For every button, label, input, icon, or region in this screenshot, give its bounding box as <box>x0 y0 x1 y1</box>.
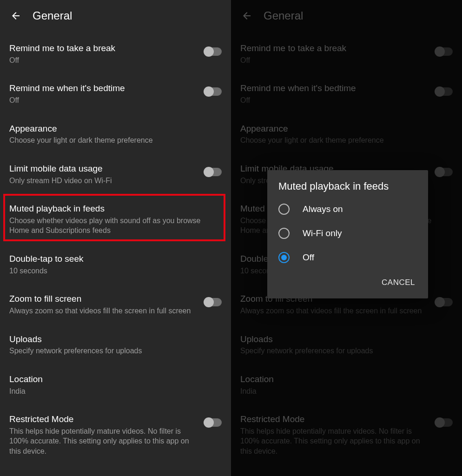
setting-sub: This helps hide potentially mature video… <box>240 426 430 456</box>
setting-title: Location <box>9 374 217 385</box>
setting-title: Uploads <box>240 334 448 345</box>
toggle-switch[interactable] <box>435 87 453 96</box>
setting-remind-bedtime[interactable]: Remind me when it's bedtime Off <box>231 74 462 114</box>
setting-sub: Specify network preferences for uploads <box>240 346 448 356</box>
radio-label: Wi-Fi only <box>303 228 342 238</box>
setting-sub: Choose your light or dark theme preferen… <box>240 135 448 145</box>
toggle-switch[interactable] <box>204 418 222 427</box>
setting-title: Limit mobile data usage <box>9 163 199 175</box>
radio-option-always-on[interactable]: Always on <box>267 197 428 221</box>
dialog-actions: CANCEL <box>267 270 428 294</box>
toggle-switch[interactable] <box>204 298 222 306</box>
back-button[interactable] <box>7 7 25 25</box>
settings-list: Remind me to take a break Off Remind me … <box>0 32 231 466</box>
arrow-back-icon <box>10 10 21 21</box>
setting-sub: Off <box>9 55 199 66</box>
setting-restricted-mode[interactable]: Restricted Mode This helps hide potentia… <box>231 405 462 465</box>
setting-sub: Only stream HD video on Wi-Fi <box>9 176 199 186</box>
setting-title: Zoom to fill screen <box>9 293 199 305</box>
muted-playback-dialog: Muted playback in feeds Always on Wi-Fi … <box>267 170 428 298</box>
setting-remind-bedtime[interactable]: Remind me when it's bedtime Off <box>0 74 231 114</box>
setting-sub: Always zoom so that videos fill the scre… <box>9 306 199 316</box>
setting-limit-data[interactable]: Limit mobile data usage Only stream HD v… <box>0 155 231 195</box>
setting-sub: Always zoom so that videos fill the scre… <box>240 306 430 316</box>
toggle-switch[interactable] <box>435 168 453 176</box>
setting-sub: 10 seconds <box>9 266 217 276</box>
setting-uploads[interactable]: Uploads Specify network preferences for … <box>0 325 231 365</box>
setting-sub: India <box>240 386 448 397</box>
setting-double-tap[interactable]: Double-tap to seek 10 seconds <box>0 245 231 285</box>
app-bar: General <box>0 0 231 32</box>
back-button[interactable] <box>238 7 256 25</box>
setting-title: Uploads <box>9 334 217 345</box>
toggle-switch[interactable] <box>435 298 453 306</box>
radio-icon <box>278 204 290 215</box>
setting-title: Remind me when it's bedtime <box>9 83 199 94</box>
setting-sub: Off <box>9 95 199 106</box>
radio-label: Always on <box>303 204 343 214</box>
setting-sub: India <box>9 386 217 397</box>
setting-title: Restricted Mode <box>9 414 199 425</box>
radio-icon-checked <box>278 252 290 263</box>
setting-remind-break[interactable]: Remind me to take a break Off <box>0 34 231 74</box>
setting-title: Double-tap to seek <box>9 253 217 265</box>
setting-sub: Choose your light or dark theme preferen… <box>9 135 217 145</box>
setting-title: Muted playback in feeds <box>9 203 217 215</box>
toggle-switch[interactable] <box>435 47 453 56</box>
app-bar: General <box>231 0 462 32</box>
setting-sub: Off <box>240 95 430 106</box>
radio-option-wifi-only[interactable]: Wi-Fi only <box>267 221 428 245</box>
arrow-back-icon <box>241 10 252 21</box>
toggle-switch[interactable] <box>204 87 222 96</box>
setting-restricted-mode[interactable]: Restricted Mode This helps hide potentia… <box>0 405 231 465</box>
setting-title: Appearance <box>240 123 448 135</box>
radio-label: Off <box>303 252 314 263</box>
setting-title: Appearance <box>9 123 217 135</box>
setting-title: Location <box>240 374 448 385</box>
toggle-switch[interactable] <box>204 168 222 176</box>
setting-appearance[interactable]: Appearance Choose your light or dark the… <box>231 115 462 155</box>
setting-muted-playback[interactable]: Muted playback in feeds Choose whether v… <box>0 195 231 245</box>
setting-sub: Off <box>240 55 430 66</box>
setting-appearance[interactable]: Appearance Choose your light or dark the… <box>0 115 231 155</box>
toggle-switch[interactable] <box>204 47 222 56</box>
toggle-switch[interactable] <box>435 418 453 427</box>
setting-location[interactable]: Location India <box>0 365 231 405</box>
setting-title: Remind me to take a break <box>240 43 430 54</box>
setting-location[interactable]: Location India <box>231 365 462 405</box>
setting-uploads[interactable]: Uploads Specify network preferences for … <box>231 325 462 365</box>
setting-title: Remind me when it's bedtime <box>240 83 430 94</box>
setting-title: Restricted Mode <box>240 414 430 425</box>
page-title: General <box>33 9 72 22</box>
setting-zoom-fill[interactable]: Zoom to fill screen Always zoom so that … <box>0 285 231 325</box>
settings-screen-right: General Remind me to take a break Off Re… <box>231 0 462 476</box>
setting-sub: Specify network preferences for uploads <box>9 346 217 356</box>
setting-remind-break[interactable]: Remind me to take a break Off <box>231 34 462 74</box>
radio-option-off[interactable]: Off <box>267 245 428 270</box>
dialog-title: Muted playback in feeds <box>267 180 428 197</box>
setting-sub: This helps hide potentially mature video… <box>9 426 199 456</box>
cancel-button[interactable]: CANCEL <box>377 273 420 292</box>
setting-title: Remind me to take a break <box>9 43 199 54</box>
settings-screen-left: General Remind me to take a break Off Re… <box>0 0 231 476</box>
radio-icon <box>278 228 290 239</box>
page-title: General <box>264 9 303 22</box>
setting-sub: Choose whether videos play with sound of… <box>9 216 217 236</box>
